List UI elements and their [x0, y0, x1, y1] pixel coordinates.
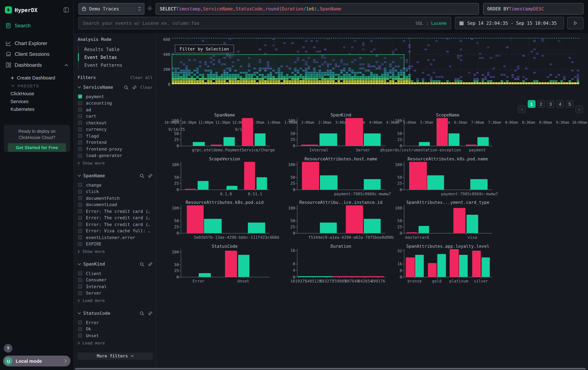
clear-filter-button[interactable]: Clear: [140, 85, 153, 90]
heatmap-selection-box[interactable]: [172, 54, 404, 79]
clear-all-button[interactable]: Clear all: [130, 75, 153, 80]
filter-option-unset[interactable]: Unset: [78, 332, 153, 339]
filter-option-checkout[interactable]: checkout: [78, 120, 153, 126]
order-by-input[interactable]: ORDER BY Timestamp DESC: [483, 3, 584, 15]
checkbox[interactable]: [78, 147, 82, 151]
search-icon[interactable]: [139, 262, 144, 267]
checkbox[interactable]: [78, 320, 82, 325]
source-select[interactable]: Demo Traces: [78, 3, 144, 15]
checkbox[interactable]: [78, 291, 82, 295]
local-mode-button[interactable]: U Local mode: [3, 356, 71, 367]
run-query-button[interactable]: [567, 17, 584, 29]
filter-option-frontend-proxy[interactable]: frontend-proxy: [78, 146, 153, 152]
filter-option-eventlistener-error[interactable]: eventListener.error: [78, 234, 153, 241]
checkbox[interactable]: [78, 127, 82, 131]
horizontal-scrollbar[interactable]: [75, 368, 586, 369]
filter-option-consumer[interactable]: Consumer: [78, 277, 153, 283]
pagination-page-5[interactable]: 5: [566, 100, 574, 108]
date-range-picker[interactable]: Sep 14 22:04:35 - Sep 15 10:04:35: [455, 17, 564, 29]
checkbox[interactable]: [78, 114, 82, 118]
filter-option-error-the-credit-card-[interactable]: Error: The credit card (…: [78, 215, 153, 221]
collapse-sidebar-icon[interactable]: [63, 7, 69, 13]
pin-icon[interactable]: [148, 173, 153, 178]
filter-option-documentload[interactable]: documentLoad: [78, 201, 153, 208]
get-started-button[interactable]: Get Started for Free: [8, 143, 66, 152]
checkbox[interactable]: [78, 108, 82, 112]
preset-link-services[interactable]: Services: [0, 98, 74, 105]
chevron-down-icon[interactable]: [78, 263, 81, 265]
checkbox[interactable]: [78, 140, 82, 145]
pagination-next-button[interactable]: ›: [575, 105, 583, 113]
language-toggle[interactable]: SQL | Lucene: [416, 20, 447, 26]
filter-option-flagd[interactable]: flagd: [78, 133, 153, 139]
filter-by-selection-button[interactable]: Filter by Selection: [175, 45, 234, 53]
checkbox[interactable]: [78, 134, 82, 138]
filter-option-payment[interactable]: ✓payment: [78, 93, 153, 100]
chevron-down-icon[interactable]: [78, 175, 81, 177]
checkbox[interactable]: [78, 222, 82, 227]
sidebar-item-client-sessions[interactable]: Client Sessions: [0, 49, 74, 60]
preset-link-kubernetes[interactable]: Kubernetes: [0, 105, 74, 113]
checkbox[interactable]: [78, 229, 82, 233]
checkbox[interactable]: [78, 101, 82, 105]
checkbox[interactable]: [78, 209, 82, 213]
filter-section-name[interactable]: SpanName: [83, 173, 136, 178]
pin-icon[interactable]: [132, 85, 137, 90]
load-more-link[interactable]: Load more: [78, 340, 153, 347]
filter-option-ad[interactable]: ad: [78, 107, 153, 113]
filter-option-internal[interactable]: Internal: [78, 283, 153, 290]
checkbox[interactable]: [78, 203, 82, 207]
sidebar-item-dashboards[interactable]: Dashboards: [0, 60, 74, 70]
pagination-page-2[interactable]: 2: [537, 100, 545, 108]
show-more-link[interactable]: Show more: [78, 160, 153, 166]
filter-option-cart[interactable]: cart: [78, 113, 153, 120]
filter-section-name[interactable]: StatusCode: [83, 311, 136, 316]
checkbox[interactable]: [78, 327, 82, 331]
filter-option-currency[interactable]: currency: [78, 126, 153, 133]
create-dashboard-button[interactable]: Create Dashboard: [0, 74, 74, 82]
checkbox[interactable]: [78, 278, 82, 282]
checkbox[interactable]: ✓: [78, 95, 82, 99]
analysis-mode-event-patterns[interactable]: Event Patterns: [79, 61, 153, 69]
chevron-down-icon[interactable]: [78, 312, 81, 314]
pin-icon[interactable]: [148, 262, 153, 267]
checkbox[interactable]: [78, 235, 82, 240]
preset-link-clickhouse[interactable]: ClickHouse: [0, 90, 74, 98]
checkbox[interactable]: [78, 285, 82, 289]
filter-option-error-visa-cache-full-[interactable]: Error: Visa cache full: …: [78, 228, 153, 234]
heatmap-plot[interactable]: Filter by Selection: [172, 38, 579, 84]
checkbox[interactable]: [78, 334, 82, 338]
filter-option-error[interactable]: Error: [78, 319, 153, 326]
pagination-prev-button[interactable]: ‹: [518, 105, 526, 113]
filter-section-name[interactable]: SpanKind: [83, 261, 136, 267]
filter-option-click[interactable]: click: [78, 188, 153, 195]
gear-icon[interactable]: [147, 6, 153, 11]
sql-select-input[interactable]: SELECT Timestamp, ServiceName, StatusCod…: [156, 3, 479, 15]
checkbox[interactable]: [78, 190, 82, 194]
filter-option-expire[interactable]: EXPIRE: [78, 241, 153, 247]
help-button[interactable]: ?: [4, 344, 12, 353]
analysis-mode-event-deltas[interactable]: Event Deltas: [79, 53, 153, 61]
search-icon[interactable]: [139, 173, 144, 178]
filter-option-server[interactable]: Server: [78, 290, 153, 297]
search-icon[interactable]: [139, 311, 144, 316]
presets-toggle[interactable]: PRESETS: [0, 82, 74, 90]
show-more-link[interactable]: Show more: [78, 248, 153, 255]
load-more-link[interactable]: Load more: [78, 297, 153, 304]
sidebar-item-search[interactable]: Search: [0, 20, 74, 31]
checkbox[interactable]: [78, 153, 82, 158]
checkbox[interactable]: [78, 196, 82, 200]
checkbox[interactable]: [78, 121, 82, 125]
more-filters-button[interactable]: More filters: [78, 352, 153, 360]
search-icon[interactable]: [124, 85, 128, 90]
checkbox[interactable]: [78, 183, 82, 187]
filter-option-error-the-credit-card-[interactable]: Error: The credit card (…: [78, 221, 153, 228]
filter-option-ok[interactable]: Ok: [78, 326, 153, 332]
checkbox[interactable]: [78, 242, 82, 246]
filter-option-client[interactable]: Client: [78, 270, 153, 277]
filter-option-change[interactable]: change: [78, 182, 153, 188]
filter-option-frontend[interactable]: frontend: [78, 139, 153, 146]
filter-option-error-the-credit-card-[interactable]: Error: The credit card (…: [78, 208, 153, 215]
analysis-mode-results-table[interactable]: Results Table: [79, 45, 153, 53]
pagination-page-1[interactable]: 1: [527, 100, 535, 108]
